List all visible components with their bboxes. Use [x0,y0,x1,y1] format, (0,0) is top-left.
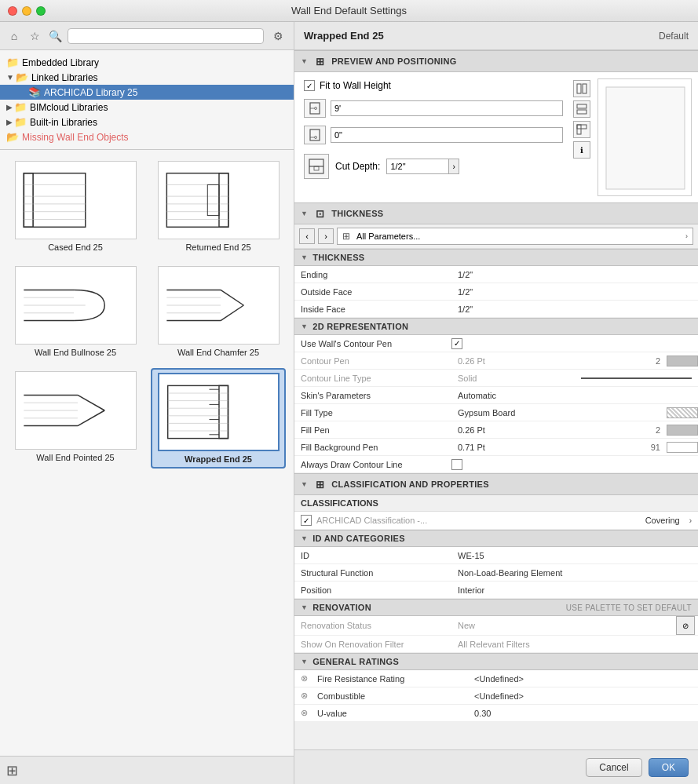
classification-checkbox[interactable]: ✓ [301,515,312,526]
grid-item-returned-end-25[interactable]: Returned End 25 [151,158,286,255]
section-header-classification[interactable]: ▼ ⊞ CLASSIFICATION AND PROPERTIES [294,473,698,495]
place-object-icon[interactable]: ⊞ [6,762,18,779]
prop-value[interactable]: Gypsum Board [451,406,663,420]
prop-value[interactable]: All Relevant Filters [451,637,698,651]
tree-item-archicad[interactable]: 📚 ARCHICAD Library 25 [0,85,294,100]
cut-depth-icon [304,154,329,179]
preview-icon: ⊞ [312,54,327,68]
nav-prev-button[interactable]: ‹ [299,228,315,244]
chevron-down-icon: ▼ [301,603,308,611]
use-contour-pen-checkbox[interactable]: ✓ [451,338,462,349]
classification-arrow-icon[interactable]: › [689,516,692,525]
prop-row-ending: Ending 1/2" [294,266,698,283]
grid-item-pointed[interactable]: Wall End Pointed 25 [8,368,143,469]
prop-value[interactable]: 0.26 Pt [451,423,640,437]
right-header: Wrapped End 25 Default [294,22,698,50]
close-button[interactable] [8,6,17,16]
fill-bg-swatch[interactable] [667,442,698,453]
prop-row-structural-function: Structural Function Non-Load-Bearing Ele… [294,564,698,582]
contour-pen-swatch[interactable] [667,356,698,366]
prop-row-inside-face: Inside Face 1/2" [294,301,698,318]
star-icon[interactable]: ☆ [27,28,42,44]
grid-item-label: Wall End Bullnose 25 [35,348,116,357]
grid-item-bullnose[interactable]: Wall End Bullnose 25 [8,263,143,360]
tree-item-linked[interactable]: ▼ 📂 Linked Libraries [0,70,294,85]
prop-label: Fire Resistance Rating [311,672,468,686]
classification-value[interactable]: Covering [645,516,680,525]
tree-item-builtin[interactable]: ▶ 📁 Built-in Libraries [0,115,294,129]
grid-item-wrapped-end-25[interactable]: Wrapped End 25 [151,368,286,469]
thickness-props-table: Ending 1/2" Outside Face 1/2" Inside Fac… [294,266,698,318]
tree-item-embedded[interactable]: 📁 Embedded Library [0,55,294,70]
view-icon-2[interactable] [573,100,590,118]
prop-value[interactable]: New [451,618,676,633]
title-bar: Wall End Default Settings [0,0,698,22]
fill-pen-swatch[interactable] [667,425,698,436]
svg-rect-60 [577,125,581,134]
prop-value[interactable]: 1/2" [451,302,698,316]
section-header-id[interactable]: ▼ ID AND CATEGORIES [294,530,698,547]
prop-value[interactable]: 0.30 [468,706,698,720]
prop-value[interactable]: 1/2" [451,268,698,282]
grid-item-chamfer[interactable]: Wall End Chamfer 25 [151,263,286,360]
preview-section: ✓ Fit to Wall Height [294,72,698,202]
grid-item-cased-end-25[interactable]: Cased End 25 [8,158,143,255]
svg-rect-62 [606,87,685,189]
maximize-button[interactable] [36,6,46,16]
section-header-thickness-nav[interactable]: ▼ ⊡ THICKNESS [294,202,698,224]
minimize-button[interactable] [22,6,31,16]
prop-label: Inside Face [294,302,451,316]
height-input[interactable] [331,100,563,116]
home-icon[interactable]: ⌂ [6,28,22,44]
window-title: Wall End Default Settings [291,5,407,16]
section-header-thickness[interactable]: ▼ THICKNESS [294,249,698,266]
cut-depth-input[interactable] [386,159,449,174]
chevron-down-icon: ▼ [301,57,308,65]
all-parameters-label: All Parameters... [356,232,420,241]
tree-item-missing[interactable]: 📂 Missing Wall End Objects [0,129,294,144]
ok-button[interactable]: OK [649,758,689,777]
search-input[interactable] [68,28,264,44]
classification-label: ARCHICAD Classification -... [316,516,641,525]
section-header-2d[interactable]: ▼ 2D REPRESENTATION [294,318,698,335]
prop-row-combustible: ⊗ Combustible <Undefined> [294,687,698,705]
view-icon-1[interactable] [573,80,590,97]
prop-value[interactable]: 1/2" [451,285,698,299]
fill-type-swatch[interactable] [667,407,698,418]
svg-rect-61 [577,125,587,129]
grid-item-thumbnail [158,161,280,239]
all-parameters-dropdown[interactable]: ⊞ All Parameters... › [337,228,693,245]
tree-item-bimcloud[interactable]: ▶ 📁 BIMcloud Libraries [0,100,294,115]
info-icon[interactable]: ℹ [573,141,590,159]
offset-input[interactable] [331,127,563,143]
section-body-renovation: Renovation Status New ⊘ Show On Renovati… [294,616,698,653]
search-icon[interactable]: 🔍 [47,28,63,44]
left-toolbar: ⌂ ☆ 🔍 ⚙ [0,22,294,50]
prop-value[interactable]: WE-15 [451,549,698,563]
builtin-icon: 📁 [14,116,27,128]
svg-rect-1 [24,173,33,228]
nav-next-button[interactable]: › [318,228,334,244]
fit-to-wall-row: ✓ Fit to Wall Height [301,78,566,93]
section-header-general-ratings[interactable]: ▼ General Ratings [294,653,698,670]
prop-value[interactable]: Solid [451,371,575,385]
settings-icon[interactable]: ⚙ [269,27,287,46]
prop-value[interactable]: Automatic [451,388,698,403]
view-icon-3[interactable] [573,121,590,138]
fit-to-wall-checkbox[interactable]: ✓ [304,80,315,91]
prop-value[interactable]: Interior [451,583,698,597]
prop-row-always-draw: Always Draw Contour Line [294,456,698,473]
cancel-button[interactable]: Cancel [586,758,641,777]
section-header-preview[interactable]: ▼ ⊞ PREVIEW AND POSITIONING [294,50,698,72]
always-draw-checkbox[interactable] [451,459,462,470]
cut-depth-arrow[interactable]: › [449,159,459,174]
prop-label: Show On Renovation Filter [294,637,451,651]
section-header-renovation[interactable]: ▼ RENOVATION use Palette to set default [294,599,698,616]
prop-value[interactable]: 0.71 Pt [451,440,640,454]
prop-value[interactable]: 0.26 Pt [451,354,640,368]
prop-value[interactable]: <Undefined> [468,689,698,703]
prop-value[interactable]: <Undefined> [468,672,698,686]
offset-input-row [301,124,566,146]
offset-icon [304,126,326,144]
prop-value[interactable]: Non-Load-Bearing Element [451,566,698,580]
